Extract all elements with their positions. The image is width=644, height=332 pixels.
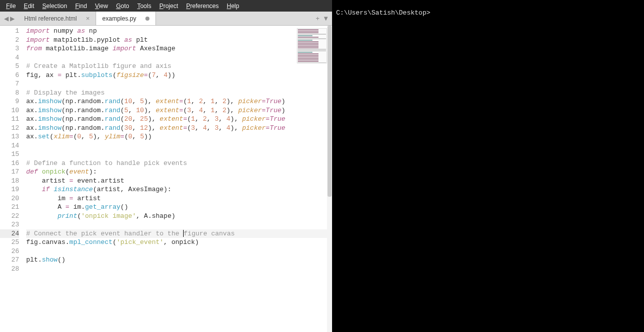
nav-back-icon[interactable]: ◀ [3, 16, 9, 22]
line-number: 11 [0, 115, 19, 124]
tab-label: examples.py [102, 15, 136, 22]
code-line[interactable]: ax.imshow(np.random.rand(10, 5), extent=… [26, 97, 332, 106]
code-line[interactable]: ax.set(xlim=(0, 5), ylim=(0, 5)) [26, 132, 332, 141]
nav-forward-icon[interactable]: ▶ [9, 16, 15, 22]
line-number: 16 [0, 159, 19, 168]
code-line[interactable]: import matplotlib.pyplot as plt [26, 36, 332, 45]
menu-selection[interactable]: Selection [38, 2, 71, 11]
line-number: 8 [0, 89, 19, 98]
tab-examples-py[interactable]: examples.py [96, 12, 155, 25]
line-number: 12 [0, 124, 19, 133]
line-number: 13 [0, 132, 19, 141]
menu-edit[interactable]: Edit [20, 2, 38, 11]
code-line[interactable]: import numpy as np [26, 27, 332, 36]
code-line[interactable] [26, 220, 332, 229]
code-line[interactable] [26, 53, 332, 62]
scrollbar-thumb[interactable] [328, 26, 332, 197]
code-line[interactable]: # Create a Matplotlib figure and axis [26, 62, 332, 71]
menu-tools[interactable]: Tools [133, 2, 155, 11]
new-tab-icon[interactable]: + [316, 15, 320, 22]
code-area[interactable]: import numpy as npimport matplotlib.pypl… [26, 26, 332, 332]
terminal-prompt: C:\Users\Satish\Desktop> [336, 9, 430, 17]
line-number: 26 [0, 247, 19, 256]
tab-html-reference-html[interactable]: Html reference.html× [18, 12, 96, 25]
line-number: 19 [0, 185, 19, 194]
code-line[interactable]: plt.show() [26, 256, 332, 265]
line-number: 15 [0, 150, 19, 159]
menu-find[interactable]: Find [71, 2, 91, 11]
line-number: 9 [0, 97, 19, 106]
line-number: 24 [0, 229, 19, 238]
code-line[interactable]: ax.imshow(np.random.rand(30, 12), extent… [26, 124, 332, 133]
editor-body[interactable]: 1234567891011121314151617181920212223242… [0, 26, 332, 332]
line-number: 25 [0, 238, 19, 247]
tab-label: Html reference.html [24, 15, 77, 22]
code-line[interactable]: print('onpick image', A.shape) [26, 212, 332, 221]
line-number: 17 [0, 168, 19, 177]
line-number: 6 [0, 71, 19, 80]
line-number: 4 [0, 53, 19, 62]
line-number: 28 [0, 265, 19, 274]
line-number: 1 [0, 27, 19, 36]
code-line[interactable] [26, 79, 332, 89]
tab-bar: ◀ ▶ Html reference.html×examples.py + ▼ [0, 12, 332, 26]
tab-bar-right: + ▼ [316, 12, 332, 25]
tab-nav-arrows: ◀ ▶ [0, 12, 18, 25]
code-line[interactable]: ax.imshow(np.random.rand(20, 25), extent… [26, 115, 332, 124]
menu-preferences[interactable]: Preferences [182, 2, 223, 11]
terminal-pane[interactable]: C:\Users\Satish\Desktop> [332, 0, 644, 332]
code-line[interactable]: def onpick(event): [26, 168, 332, 177]
line-number: 2 [0, 36, 19, 45]
minimap[interactable] [297, 28, 327, 63]
tab-modified-icon [145, 17, 149, 21]
code-line[interactable] [26, 150, 332, 159]
line-number: 3 [0, 44, 19, 53]
menu-view[interactable]: View [91, 2, 112, 11]
code-line[interactable]: artist = event.artist [26, 177, 332, 186]
line-number: 20 [0, 194, 19, 203]
menu-goto[interactable]: Goto [112, 2, 133, 11]
line-number: 21 [0, 203, 19, 212]
tabs-dropdown-icon[interactable]: ▼ [323, 15, 329, 22]
code-line[interactable]: # Define a function to handle pick event… [26, 159, 332, 168]
code-line[interactable]: # Connect the pick event handler to the … [26, 229, 332, 238]
line-number: 18 [0, 177, 19, 186]
code-line[interactable]: ax.imshow(np.random.rand(5, 10), extent=… [26, 106, 332, 115]
line-number: 27 [0, 256, 19, 265]
menu-project[interactable]: Project [155, 2, 182, 11]
line-number: 5 [0, 62, 19, 71]
line-number: 22 [0, 212, 19, 221]
code-line[interactable]: fig, ax = plt.subplots(figsize=(7, 4)) [26, 71, 332, 80]
code-line[interactable] [26, 265, 332, 274]
code-line[interactable] [26, 141, 332, 150]
code-line[interactable]: from matplotlib.image import AxesImage [26, 44, 332, 53]
code-line[interactable]: A = im.get_array() [26, 203, 332, 212]
line-number: 7 [0, 79, 19, 89]
menu-help[interactable]: Help [223, 2, 244, 11]
code-line[interactable]: im = artist [26, 194, 332, 203]
vertical-scrollbar[interactable] [327, 26, 332, 332]
menu-file[interactable]: File [2, 2, 20, 11]
code-line[interactable]: # Display the images [26, 89, 332, 98]
code-line[interactable] [26, 247, 332, 256]
editor-pane: FileEditSelectionFindViewGotoToolsProjec… [0, 0, 332, 332]
menubar: FileEditSelectionFindViewGotoToolsProjec… [0, 0, 332, 12]
tab-close-icon[interactable]: × [86, 15, 90, 22]
line-number: 14 [0, 141, 19, 150]
line-number: 10 [0, 106, 19, 115]
line-number: 23 [0, 220, 19, 229]
code-line[interactable]: if isinstance(artist, AxesImage): [26, 185, 332, 194]
code-line[interactable]: fig.canvas.mpl_connect('pick_event', onp… [26, 238, 332, 247]
line-number-gutter: 1234567891011121314151617181920212223242… [0, 26, 26, 332]
